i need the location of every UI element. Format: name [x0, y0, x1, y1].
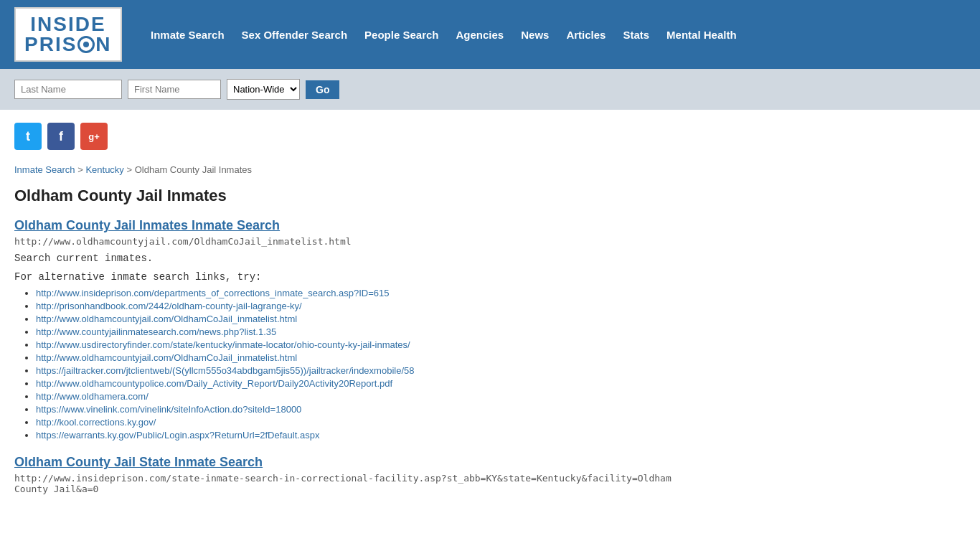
result2-url: http://www.insideprison.com/state-inmate…	[14, 473, 703, 494]
result1-heading: Oldham County Jail Inmates Inmate Search	[14, 218, 703, 233]
list-item: http://www.oldhamera.com/	[36, 390, 703, 402]
last-name-input[interactable]	[14, 80, 122, 99]
google-share-button[interactable]: g+	[80, 123, 108, 150]
result2-link[interactable]: Oldham County Jail State Inmate Search	[14, 455, 263, 469]
alt-link-7[interactable]: https://jailtracker.com/jtclientweb/(S(y…	[36, 365, 414, 376]
site-header: INSIDE PRISN Inmate Search Sex Offender …	[0, 0, 980, 69]
main-nav: Inmate Search Sex Offender Search People…	[143, 26, 744, 44]
logo-o-icon	[77, 36, 95, 53]
breadcrumb-separator1: >	[77, 164, 85, 175]
nav-people-search[interactable]: People Search	[357, 26, 446, 44]
list-item: http://www.oldhamcountypolice.com/Daily_…	[36, 377, 703, 389]
main-content: Inmate Search > Kentucky > Oldham County…	[0, 157, 717, 530]
alt-links-list: http://www.insideprison.com/departments_…	[14, 287, 703, 441]
breadcrumb-separator2: >	[127, 164, 135, 175]
list-item: http://www.oldhamcountyjail.com/OldhamCo…	[36, 313, 703, 324]
site-logo[interactable]: INSIDE PRISN	[14, 7, 122, 62]
logo-prison-text: PRISN	[24, 34, 112, 55]
alt-link-6[interactable]: http://www.oldhamcountyjail.com/OldhamCo…	[36, 352, 297, 363]
list-item: http://prisonhandbook.com/2442/oldham-co…	[36, 300, 703, 311]
alt-link-9[interactable]: http://www.oldhamera.com/	[36, 391, 149, 402]
alt-link-2[interactable]: http://prisonhandbook.com/2442/oldham-co…	[36, 301, 302, 311]
result1-description: Search current inmates.	[14, 253, 703, 264]
alt-link-11[interactable]: http://kool.corrections.ky.gov/	[36, 417, 156, 428]
nav-mental-health[interactable]: Mental Health	[659, 26, 744, 44]
search-go-button[interactable]: Go	[306, 80, 339, 99]
list-item: https://jailtracker.com/jtclientweb/(S(y…	[36, 364, 703, 376]
list-item: https://ewarrants.ky.gov/Public/Login.as…	[36, 429, 703, 441]
twitter-share-button[interactable]: t	[14, 123, 42, 150]
alt-link-3[interactable]: http://www.oldhamcountyjail.com/OldhamCo…	[36, 314, 297, 324]
result2-heading: Oldham County Jail State Inmate Search	[14, 455, 703, 470]
alt-link-5[interactable]: http://www.usdirectoryfinder.com/state/k…	[36, 339, 410, 350]
nav-articles[interactable]: Articles	[559, 26, 613, 44]
list-item: https://www.vinelink.com/vinelink/siteIn…	[36, 403, 703, 415]
alt-link-12[interactable]: https://ewarrants.ky.gov/Public/Login.as…	[36, 430, 319, 441]
breadcrumb-kentucky[interactable]: Kentucky	[85, 164, 123, 175]
nav-sex-offender-search[interactable]: Sex Offender Search	[235, 26, 355, 44]
alt-links-intro: For alternative inmate search links, try…	[14, 271, 703, 283]
breadcrumb-current: Oldham County Jail Inmates	[135, 164, 252, 175]
alt-link-10[interactable]: https://www.vinelink.com/vinelink/siteIn…	[36, 404, 301, 415]
nav-inmate-search[interactable]: Inmate Search	[143, 26, 232, 44]
list-item: http://kool.corrections.ky.gov/	[36, 416, 703, 428]
nav-stats[interactable]: Stats	[616, 26, 656, 44]
alt-link-4[interactable]: http://www.countyjailinmatesearch.com/ne…	[36, 326, 276, 337]
result-section-1: Oldham County Jail Inmates Inmate Search…	[14, 218, 703, 441]
result1-link[interactable]: Oldham County Jail Inmates Inmate Search	[14, 218, 280, 232]
breadcrumb-inmate-search[interactable]: Inmate Search	[14, 164, 75, 175]
search-bar: Nation-Wide Alabama Alaska Kentucky Go	[0, 69, 980, 110]
first-name-input[interactable]	[128, 80, 221, 99]
logo-inside-text: INSIDE	[24, 14, 112, 34]
breadcrumb: Inmate Search > Kentucky > Oldham County…	[14, 164, 703, 175]
page-title: Oldham County Jail Inmates	[14, 187, 703, 205]
nav-news[interactable]: News	[514, 26, 556, 44]
nav-agencies[interactable]: Agencies	[449, 26, 512, 44]
facebook-share-button[interactable]: f	[47, 123, 75, 150]
alt-link-1[interactable]: http://www.insideprison.com/departments_…	[36, 288, 389, 298]
list-item: http://www.usdirectoryfinder.com/state/k…	[36, 339, 703, 350]
result-section-2: Oldham County Jail State Inmate Search h…	[14, 455, 703, 494]
alt-link-8[interactable]: http://www.oldhamcountypolice.com/Daily_…	[36, 378, 392, 389]
social-share-bar: t f g+	[0, 110, 980, 157]
list-item: http://www.countyjailinmatesearch.com/ne…	[36, 326, 703, 337]
location-select[interactable]: Nation-Wide Alabama Alaska Kentucky	[227, 79, 300, 100]
list-item: http://www.insideprison.com/departments_…	[36, 287, 703, 298]
list-item: http://www.oldhamcountyjail.com/OldhamCo…	[36, 352, 703, 363]
result1-url: http://www.oldhamcountyjail.com/OldhamCo…	[14, 236, 703, 247]
